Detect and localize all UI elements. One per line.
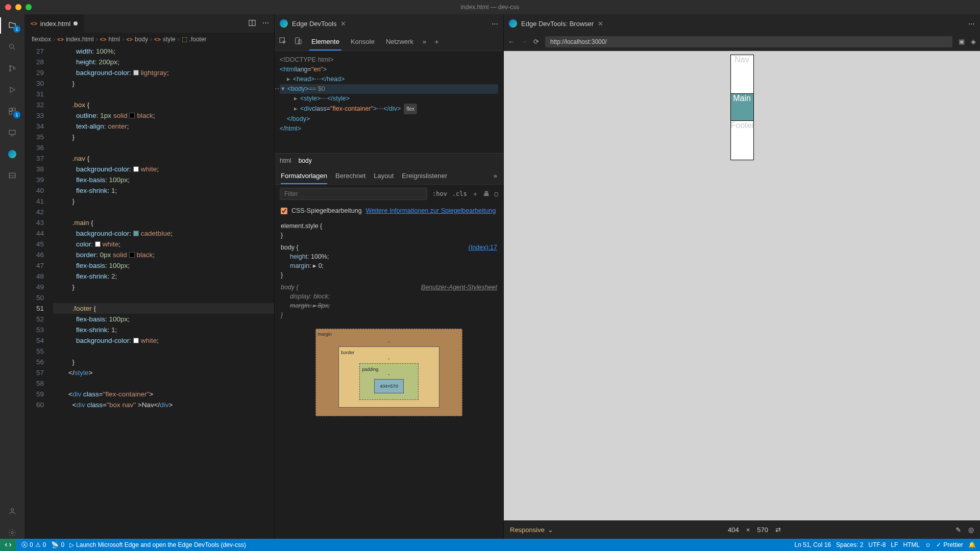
devtools-tab[interactable]: Edge DevTools ✕ ⋯ bbox=[275, 14, 503, 33]
tab-netzwerk[interactable]: Netzwerk bbox=[384, 38, 415, 45]
encoding[interactable]: UTF-8 bbox=[868, 541, 886, 548]
close-icon[interactable]: ✕ bbox=[340, 20, 346, 28]
inspect-icon[interactable] bbox=[279, 37, 287, 46]
port[interactable]: 📡 0 bbox=[51, 541, 64, 548]
tab-konsole[interactable]: Konsole bbox=[349, 38, 377, 45]
reload-icon[interactable]: ⟳ bbox=[533, 38, 539, 45]
errors[interactable]: ⓧ 0 ⚠ 0 bbox=[21, 541, 46, 549]
extensions-icon[interactable]: 1 bbox=[6, 105, 18, 117]
mirror-label: CSS-Spiegelbearbeitung bbox=[291, 207, 362, 214]
close-icon[interactable]: ✕ bbox=[598, 20, 603, 28]
window-title: index.html — dev-css bbox=[461, 4, 520, 11]
editor-tabs: <> index.html ⋯ bbox=[24, 14, 274, 33]
breadcrumbs[interactable]: flexbox› <>index.html› <>html› <>body› <… bbox=[24, 33, 274, 46]
prettier[interactable]: ✓ Prettier bbox=[936, 541, 963, 548]
tab-layout[interactable]: Layout bbox=[374, 172, 394, 180]
explorer-icon[interactable]: 1 bbox=[6, 19, 18, 32]
edge-tools-icon[interactable] bbox=[6, 148, 18, 160]
browser-tab-label: Edge DevTools: Browser bbox=[521, 20, 594, 28]
devtools-tab-label: Edge DevTools bbox=[292, 20, 336, 28]
rotate-icon[interactable]: ⇄ bbox=[775, 526, 781, 534]
edge-icon bbox=[509, 19, 517, 28]
svg-point-3 bbox=[13, 67, 15, 69]
launch-edge[interactable]: ▷ Launch Microsoft Edge and open the Edg… bbox=[69, 541, 246, 548]
box-model: margin- border- padding- 404×570 bbox=[281, 323, 497, 418]
forward-icon[interactable]: → bbox=[521, 38, 527, 45]
settings-icon[interactable] bbox=[6, 527, 18, 539]
bell-icon[interactable]: 🔔 bbox=[968, 541, 976, 548]
tab-berechnet[interactable]: Berechnet bbox=[335, 172, 365, 180]
print-icon[interactable]: 🖶 bbox=[483, 190, 489, 197]
browser-more-icon[interactable]: ⋯ bbox=[968, 20, 975, 28]
inspect-icon[interactable]: ◈ bbox=[971, 38, 976, 45]
eol[interactable]: LF bbox=[891, 541, 898, 548]
responsive-select[interactable]: Responsive ⌄ bbox=[510, 526, 553, 534]
editor-more-icon[interactable]: ⋯ bbox=[262, 19, 269, 29]
maximize-window[interactable] bbox=[26, 4, 32, 10]
language[interactable]: HTML bbox=[903, 541, 920, 548]
back-icon[interactable]: ← bbox=[508, 38, 514, 45]
cursor-position[interactable]: Ln 51, Col 16 bbox=[795, 541, 831, 548]
status-bar: ⓧ 0 ⚠ 0 📡 0 ▷ Launch Microsoft Edge and … bbox=[0, 539, 980, 551]
url-bar[interactable]: http://localhost:3000/ bbox=[545, 36, 952, 47]
preview-main: Main bbox=[731, 94, 753, 121]
viewport-width[interactable]: 404 bbox=[728, 526, 739, 534]
hov-button[interactable]: :hov bbox=[432, 190, 447, 197]
mirror-checkbox[interactable] bbox=[281, 208, 287, 214]
filter-input[interactable] bbox=[280, 188, 427, 200]
split-editor-icon[interactable] bbox=[248, 19, 256, 29]
edit-icon[interactable]: ✎ bbox=[955, 526, 961, 534]
modified-indicator bbox=[74, 21, 78, 26]
viewport-height[interactable]: 570 bbox=[757, 526, 768, 534]
account-icon[interactable] bbox=[6, 505, 18, 517]
activity-bar: 1 1 bbox=[0, 14, 24, 539]
tab-index-html[interactable]: <> index.html bbox=[24, 14, 84, 33]
svg-rect-12 bbox=[280, 38, 284, 42]
svg-rect-7 bbox=[9, 130, 15, 134]
panel-icon[interactable]: ▢ bbox=[495, 190, 498, 197]
devtools-more-icon[interactable]: ⋯ bbox=[492, 20, 498, 28]
browser-tab[interactable]: Edge DevTools: Browser ✕ ⋯ bbox=[504, 14, 980, 33]
tab-elemente[interactable]: Elemente bbox=[309, 38, 341, 51]
dom-tree[interactable]: <!DOCTYPE html> <html lang="en"> ▸<head>… bbox=[275, 51, 503, 153]
chevron-right-icon[interactable]: » bbox=[423, 38, 426, 45]
indent[interactable]: Spaces: 2 bbox=[836, 541, 863, 548]
plus-icon[interactable]: ＋ bbox=[433, 37, 440, 46]
svg-point-2 bbox=[9, 69, 11, 71]
dom-breadcrumbs[interactable]: html body bbox=[275, 153, 503, 167]
plus-icon[interactable]: ＋ bbox=[472, 190, 478, 198]
svg-point-0 bbox=[10, 44, 14, 48]
cls-button[interactable]: .cls bbox=[452, 190, 467, 197]
svg-point-9 bbox=[11, 509, 13, 511]
feedback-icon[interactable]: ☺ bbox=[925, 541, 931, 548]
tab-formatvorlagen[interactable]: Formatvorlagen bbox=[281, 172, 327, 184]
minimize-window[interactable] bbox=[15, 4, 21, 10]
styles-panel[interactable]: element.style { } (Index):17body { heigh… bbox=[275, 218, 503, 539]
target-icon[interactable]: ◎ bbox=[968, 526, 974, 534]
tab-label: index.html bbox=[40, 20, 70, 28]
image-icon[interactable] bbox=[6, 169, 18, 182]
svg-point-10 bbox=[11, 532, 13, 534]
search-icon[interactable] bbox=[6, 41, 18, 53]
screenshot-icon[interactable]: ▣ bbox=[959, 38, 965, 45]
close-window[interactable] bbox=[5, 4, 11, 10]
svg-point-1 bbox=[9, 65, 11, 67]
svg-rect-6 bbox=[9, 112, 12, 114]
svg-rect-13 bbox=[296, 38, 300, 44]
preview-nav: Nav bbox=[731, 55, 753, 94]
source-control-icon[interactable] bbox=[6, 62, 18, 74]
tab-ereignislistener[interactable]: Ereignislistener bbox=[402, 172, 447, 180]
device-icon[interactable] bbox=[294, 37, 302, 46]
mirror-link[interactable]: Weitere Informationen zur Spiegelbearbei… bbox=[366, 207, 496, 214]
svg-rect-4 bbox=[9, 108, 12, 111]
browser-viewport: Nav Main Footer bbox=[504, 51, 980, 520]
remote-button[interactable] bbox=[0, 539, 16, 551]
remote-icon[interactable] bbox=[6, 127, 18, 139]
html-file-icon: <> bbox=[31, 20, 37, 27]
svg-rect-5 bbox=[13, 108, 15, 111]
code-editor[interactable]: 2728293031323334353637383940414243444546… bbox=[24, 46, 274, 539]
preview-footer: Footer bbox=[731, 121, 753, 160]
run-debug-icon[interactable] bbox=[6, 84, 18, 96]
chevron-right-icon[interactable]: » bbox=[494, 172, 497, 180]
svg-rect-14 bbox=[299, 40, 301, 44]
